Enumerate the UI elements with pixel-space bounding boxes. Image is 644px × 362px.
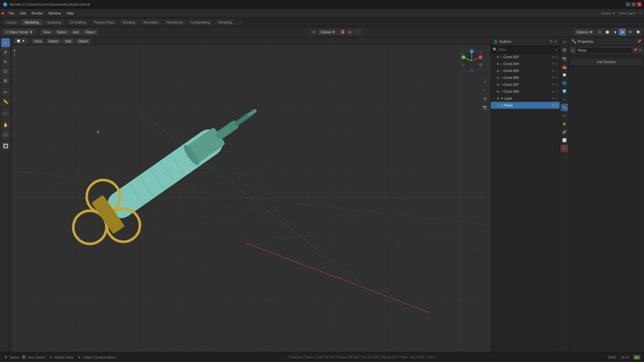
transform-space[interactable]: Global ▼ xyxy=(318,29,338,35)
tab-compositing[interactable]: Compositing xyxy=(187,19,214,25)
tab-animation[interactable]: Animation xyxy=(140,19,163,25)
shading-rendered[interactable]: ◉ xyxy=(619,29,626,36)
vp-add[interactable]: Add xyxy=(63,39,74,44)
outliner-item-active[interactable]: ▶ ◻ Plane 👁 ◻ xyxy=(491,102,560,109)
tab-sculpting[interactable]: Sculpting xyxy=(43,19,65,25)
proportional-edit[interactable]: ◎ xyxy=(347,29,353,36)
add-modifier-button[interactable]: Add Modifier xyxy=(571,58,641,65)
outliner-search-input[interactable] xyxy=(498,48,554,52)
menu-file[interactable]: File xyxy=(6,11,17,16)
props-pin-btn[interactable]: 📌 xyxy=(637,39,641,43)
tool-hand[interactable]: ✋ xyxy=(1,120,10,129)
add-workspace-button[interactable]: + xyxy=(236,19,244,25)
shading-solid[interactable]: ⬤ xyxy=(604,29,611,36)
snap-toggle[interactable]: 🧲 xyxy=(339,29,346,36)
visibility-icon[interactable]: 👁 xyxy=(552,55,555,59)
custom-props-btn[interactable]: ⊞ xyxy=(639,48,641,52)
zoom-in-btn[interactable]: + xyxy=(481,78,489,85)
props-tab-data[interactable]: 📊 xyxy=(561,136,568,144)
props-tab-particles[interactable]: ✦ xyxy=(561,112,568,119)
view-menu[interactable]: View xyxy=(41,29,53,35)
snap-icon[interactable]: ⋮ xyxy=(354,29,361,36)
close-button[interactable]: ✕ xyxy=(637,2,641,7)
add-menu[interactable]: Add xyxy=(70,29,82,35)
tool-transform[interactable]: ⊞ xyxy=(1,76,10,85)
zoom-out-btn[interactable]: − xyxy=(481,86,489,94)
vp-editor-type[interactable]: 🔲 ▼ xyxy=(14,38,28,44)
props-tab-scene[interactable]: 🎬 xyxy=(561,47,568,54)
props-tab-scene2[interactable]: 🌐 xyxy=(561,79,568,87)
tool-camera[interactable]: 🎥 xyxy=(1,130,10,139)
viewport-3d[interactable]: 🔲 ▼ View Select Add Object User Perspect… xyxy=(11,37,491,352)
view-layer-label[interactable]: View Layer xyxy=(619,11,636,15)
tab-rendering[interactable]: Rendering xyxy=(163,19,186,25)
tool-measure[interactable]: 📏 xyxy=(1,97,10,106)
object-name-field[interactable] xyxy=(576,48,632,53)
camera-icon[interactable]: ◻ xyxy=(556,69,558,73)
camera-icon[interactable]: ◻ xyxy=(556,97,558,100)
tool-add-cube[interactable]: □ xyxy=(1,109,10,118)
tool-annotate[interactable]: ✏ xyxy=(1,88,10,96)
menu-window[interactable]: Window xyxy=(46,11,63,16)
tool-scene[interactable]: 🔳 xyxy=(1,141,10,150)
menu-help[interactable]: Help xyxy=(64,11,76,16)
tab-texture-paint[interactable]: Texture Paint xyxy=(90,19,118,25)
outliner-options-btn[interactable]: ▼ xyxy=(554,40,557,43)
props-tab-render[interactable]: 📷 xyxy=(561,55,568,62)
tab-modeling[interactable]: Modeling xyxy=(21,19,43,25)
shading-material[interactable]: ◑ xyxy=(611,29,618,36)
visibility-icon[interactable]: 👁 xyxy=(552,90,555,93)
view-layer-filter[interactable]: ⊞ xyxy=(639,11,641,15)
outliner-item[interactable]: ▶ ○ Circle.008 👁 ◻ xyxy=(491,88,560,95)
overlay-toggle[interactable]: ⊕ xyxy=(627,29,634,36)
props-tab-physics[interactable]: ⚡ xyxy=(561,120,568,128)
props-tab-material[interactable]: ● xyxy=(561,145,568,152)
maximize-button[interactable]: □ xyxy=(631,2,636,7)
outliner-item[interactable]: ▶ ○ Circle.006 👁 ◻ xyxy=(491,74,560,81)
options-btn[interactable]: Options ▼ xyxy=(574,29,595,35)
select-menu[interactable]: Select xyxy=(54,29,69,35)
camera-icon[interactable]: ◻ xyxy=(556,62,558,66)
outliner-item[interactable]: ▶ ○ Circle.004 👁 ◻ xyxy=(491,60,560,67)
menu-render[interactable]: Render xyxy=(29,11,45,16)
tool-scale[interactable]: ⊡ xyxy=(1,67,10,75)
props-tab-output[interactable]: 📤 xyxy=(561,63,568,70)
visibility-icon[interactable]: 👁 xyxy=(552,97,555,100)
outliner-item[interactable]: ▶ ○ Circle.005 👁 ◻ xyxy=(491,67,560,74)
outliner-item[interactable]: ▶ ○ Circle.003 👁 ◻ xyxy=(491,53,560,60)
visibility-icon[interactable]: 👁 xyxy=(552,76,555,80)
toggle-camera[interactable]: 📷 xyxy=(481,103,489,111)
props-tab-view-layer[interactable]: 🔲 xyxy=(561,71,568,79)
props-tab-object[interactable]: ◻ xyxy=(561,96,568,103)
visibility-icon[interactable]: 👁 xyxy=(552,69,555,73)
camera-icon[interactable]: ◻ xyxy=(556,83,558,86)
tool-cursor[interactable]: ↖ xyxy=(1,38,10,47)
menu-edit[interactable]: Edit xyxy=(17,11,28,16)
visibility-icon[interactable]: 👁 xyxy=(552,62,555,66)
navigation-gizmo[interactable]: X Y Z xyxy=(459,48,484,74)
visibility-icon[interactable]: 👁 xyxy=(552,104,555,107)
props-tab-modifier[interactable]: 🔧 xyxy=(561,104,568,111)
props-tab-active-tool[interactable]: ⚙ xyxy=(561,38,568,46)
camera-icon[interactable]: ◻ xyxy=(556,90,558,93)
mode-selector[interactable]: ◻ Object Mode ▼ xyxy=(3,29,35,35)
camera-icon[interactable]: ◻ xyxy=(556,55,558,59)
pin-icon[interactable]: 📌 xyxy=(633,48,637,52)
tool-rotate[interactable]: ↻ xyxy=(1,57,10,66)
shading-wireframe[interactable]: ⊡ xyxy=(596,29,603,36)
camera-icon[interactable]: ◻ xyxy=(556,76,558,80)
tool-move[interactable]: ✛ xyxy=(1,48,10,57)
scene-selector[interactable]: Scene ▼ xyxy=(601,11,615,15)
tab-shading[interactable]: Shading xyxy=(119,19,139,25)
vp-select[interactable]: Select xyxy=(46,39,61,44)
zoom-fit-btn[interactable]: ⊡ xyxy=(481,95,489,102)
tab-scripting[interactable]: Scripting xyxy=(214,19,236,25)
object-menu[interactable]: Object xyxy=(83,29,98,35)
tab-layout[interactable]: Layout xyxy=(3,19,20,25)
filter-options-btn[interactable]: ⊞ xyxy=(555,48,558,51)
visibility-icon[interactable]: 👁 xyxy=(552,83,555,86)
outliner-filter-btn[interactable]: ⊞ xyxy=(550,39,552,43)
vp-view[interactable]: View xyxy=(32,39,44,44)
props-tab-constraints[interactable]: 🔗 xyxy=(561,128,568,136)
outliner-item[interactable]: ▶ ○ Circle.007 👁 ◻ xyxy=(491,81,560,88)
